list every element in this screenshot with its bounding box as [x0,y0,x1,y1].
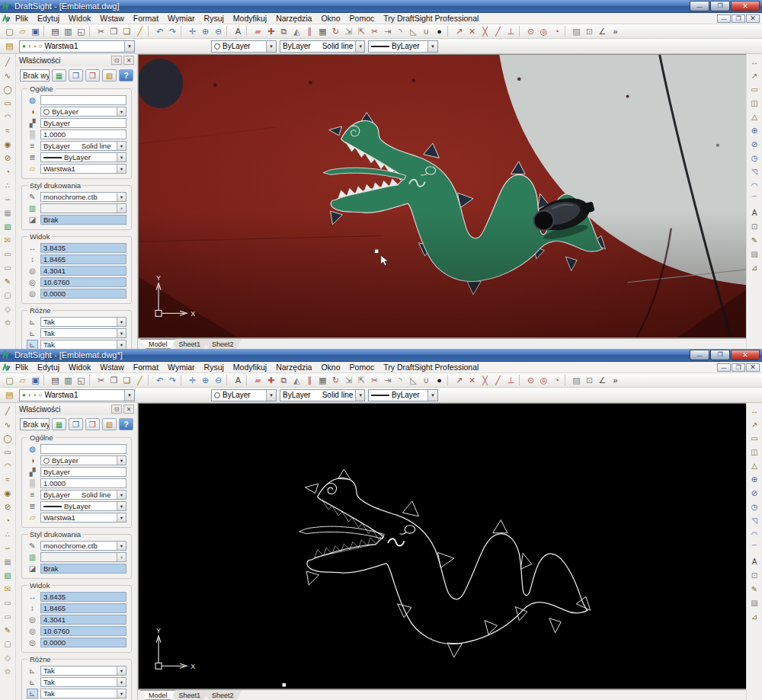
polygon-icon[interactable]: ◯ [2,433,14,444]
menu-widok[interactable]: Widok [64,14,95,23]
tab-model[interactable]: Model [140,339,176,349]
mdi-minimize-button[interactable] [717,363,731,372]
printstyle-value-field[interactable]: Brak [40,215,126,225]
color-dropdown[interactable]: ByLayer [211,40,277,53]
undo-icon[interactable]: ↶ [153,374,166,386]
move-icon[interactable]: ✚ [264,374,277,386]
selection-dropdown[interactable]: Brak wyboru [20,69,50,82]
offset-icon[interactable]: ∥ [303,25,316,37]
view-cx-field[interactable]: 4.3041 [40,266,126,276]
note-icon[interactable]: ✉ [2,583,14,595]
misc-ucs2-field[interactable]: Tak [40,677,126,687]
view-width-field[interactable]: 3.8435 [40,592,126,602]
menu-try-professional[interactable]: Try DraftSight Professional [379,363,483,372]
view-cy-field[interactable]: 10.6760 [40,277,126,287]
close-button[interactable] [731,1,760,11]
rect-icon[interactable]: ▭ [2,97,14,109]
copyent-icon[interactable]: ⧉ [277,25,290,37]
menu-okno[interactable]: Okno [316,363,344,372]
save-icon[interactable]: ▣ [29,374,42,386]
selbox-icon[interactable]: ▢ [2,289,14,301]
polygon-icon[interactable]: ◯ [2,84,14,95]
view3-icon[interactable]: △ [748,460,761,471]
menu-edytuj[interactable]: Edytuj [33,363,64,372]
menu-pomoc[interactable]: Pomoc [345,14,379,23]
hatch2-icon[interactable]: ▨ [748,248,761,260]
linestyle-dropdown[interactable]: ByLayer Solid line [280,40,365,53]
hatch2-icon[interactable]: ▨ [748,597,761,609]
copy-properties-button[interactable]: ❒ [85,69,100,82]
layers-manager-icon[interactable]: ▤ [3,40,16,53]
angle-icon[interactable]: ∠ [596,25,609,37]
makeblock-icon[interactable]: ▧ [2,570,14,581]
editdim-icon[interactable]: ✎ [748,235,761,246]
slope-icon[interactable]: ⊿ [748,262,761,273]
center-icon[interactable]: ⊕ [748,125,761,136]
save-icon[interactable]: ▣ [29,25,42,37]
ellipse-icon[interactable]: ⊘ [2,501,14,513]
note-icon[interactable]: ✉ [2,235,14,246]
darc-icon[interactable]: ◷ [748,501,761,513]
stretch-icon[interactable]: ⇱ [355,25,368,37]
tab-sheet2[interactable]: Sheet2 [203,690,242,700]
help-button[interactable]: ? [119,69,133,82]
open-icon[interactable]: ▱ [16,25,29,37]
misc-ucs3-field[interactable]: Tak [40,340,126,349]
layer-field[interactable]: Warstwa1 [40,513,126,523]
menu-format[interactable]: Format [129,14,163,23]
select-entities-button[interactable]: ▦ [52,69,66,82]
erase-icon[interactable]: ▰ [251,374,264,386]
color-dropdown[interactable]: ByLayer [211,389,277,401]
grip-point[interactable] [282,683,286,686]
textstyle-icon[interactable]: A [232,374,245,386]
float-panel-icon[interactable]: ⊡ [111,56,122,65]
linestyle-field[interactable]: ByLayer [40,467,126,477]
paste-icon[interactable]: ❏ [120,374,133,386]
minimize-button[interactable] [690,350,709,360]
drawing-area-cad[interactable]: Y X [138,403,746,689]
trim-icon[interactable]: ✂ [368,374,381,386]
menu-try-professional[interactable]: Try DraftSight Professional [379,14,483,23]
sarc-icon[interactable]: ◔ [550,25,563,37]
explode-icon[interactable]: ● [433,374,446,386]
pan-icon[interactable]: ✛ [186,25,199,37]
freehand-icon[interactable]: ∽ [2,193,14,205]
sarc-icon[interactable]: ◔ [550,374,563,386]
grip-point[interactable] [375,249,379,253]
trim-icon[interactable]: ✂ [368,25,381,37]
spline-icon[interactable]: ≈ [2,125,14,136]
chamfer-icon[interactable]: ◺ [407,374,420,386]
view-cx-field[interactable]: 4.3041 [40,615,126,625]
field2-icon[interactable]: ▭ [2,262,14,273]
more-icon[interactable]: » [609,374,622,386]
earc-icon[interactable]: ◔ [2,515,14,526]
darc-icon[interactable]: ◷ [748,152,761,164]
mdi-close-button[interactable] [746,363,760,372]
printstyle-table-field[interactable]: monochrome.ctb [40,192,126,202]
blocks-icon[interactable]: ◫ [748,446,761,458]
view-height-field[interactable]: 1.8465 [40,254,126,264]
zoomin-icon[interactable]: ⊕ [199,25,212,37]
print-icon[interactable]: ▤ [49,25,62,37]
dangle-icon[interactable]: ◹ [748,515,761,526]
extend-icon[interactable]: ⇥ [381,374,394,386]
linestyle2-field[interactable]: ByLayerSolid line [40,141,126,151]
mdi-restore-button[interactable] [732,14,745,23]
fillet-icon[interactable]: ◝ [394,374,407,386]
center-icon[interactable]: ⊕ [748,474,761,485]
sline-icon[interactable]: ╱ [491,374,504,386]
weld-icon[interactable]: ∪ [420,25,433,37]
mdi-minimize-button[interactable] [717,14,731,23]
stretch-icon[interactable]: ⇱ [355,374,368,386]
paste-icon[interactable]: ❏ [120,25,133,37]
hatch-icon[interactable]: ▦ [2,556,14,567]
pen-icon[interactable]: ╱ [133,25,146,37]
customize-button[interactable]: ▧ [102,69,117,82]
layer-dropdown[interactable]: ● ◐ ▪ ○ Warstwa1 [19,40,135,53]
lineweight-field[interactable]: ByLayer [40,152,126,162]
textA-icon[interactable]: A [748,207,761,219]
weld-icon[interactable]: ∪ [420,374,433,386]
new-icon[interactable]: ▢ [3,374,16,386]
scirc-icon[interactable]: ◎ [537,25,550,37]
lineweight-dropdown[interactable]: ByLayer [368,40,438,53]
